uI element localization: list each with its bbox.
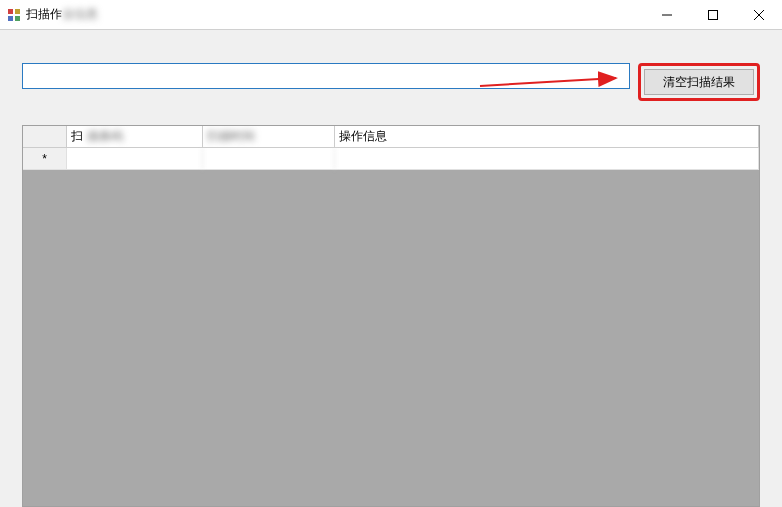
grid-new-row[interactable]: * — [23, 148, 759, 170]
close-button[interactable] — [736, 0, 782, 30]
grid-header-row: 扫描条码 扫描时间 操作信息 — [23, 126, 759, 148]
window-title: 扫描作业信息 — [26, 6, 98, 23]
svg-rect-1 — [709, 11, 718, 20]
app-icon — [6, 7, 22, 23]
new-row-indicator: * — [23, 148, 67, 169]
grid-body — [23, 170, 759, 506]
results-grid[interactable]: 扫描条码 扫描时间 操作信息 * — [22, 125, 760, 507]
column-header-3[interactable]: 操作信息 — [335, 126, 759, 147]
grid-cell[interactable] — [335, 148, 759, 169]
grid-corner — [23, 126, 67, 147]
toolbar-row: 清空扫描结果 — [22, 63, 760, 101]
maximize-button[interactable] — [690, 0, 736, 30]
titlebar-left: 扫描作业信息 — [0, 6, 98, 23]
column-header-2[interactable]: 扫描时间 — [203, 126, 335, 147]
titlebar: 扫描作业信息 — [0, 0, 782, 30]
scan-input[interactable] — [22, 63, 630, 89]
clear-results-button[interactable]: 清空扫描结果 — [644, 69, 754, 95]
column-header-1[interactable]: 扫描条码 — [67, 126, 203, 147]
grid-cell[interactable] — [203, 148, 335, 169]
clear-button-highlight: 清空扫描结果 — [638, 63, 760, 101]
grid-cell[interactable] — [67, 148, 203, 169]
window-controls — [644, 0, 782, 29]
minimize-button[interactable] — [644, 0, 690, 30]
content-area: 清空扫描结果 扫描条码 扫描时间 操作信息 * — [0, 30, 782, 507]
